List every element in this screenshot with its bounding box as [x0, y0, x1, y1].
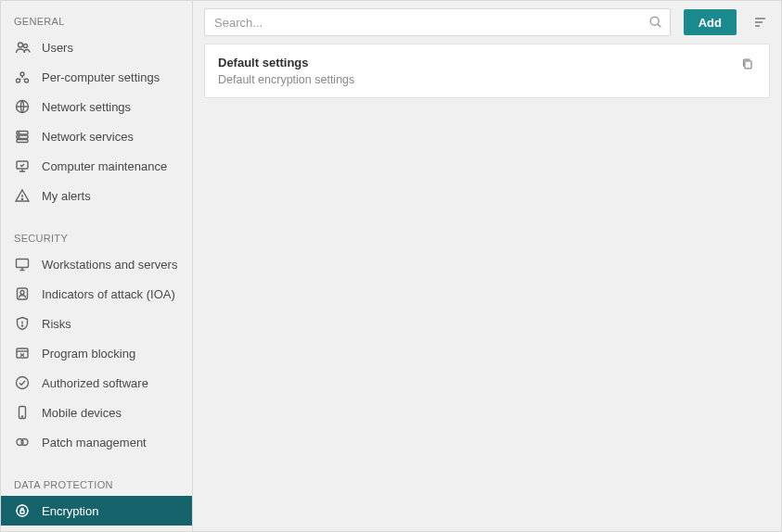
- sidebar-item-label: Computer maintenance: [42, 159, 167, 173]
- globe-icon: [14, 98, 31, 115]
- window-blocked-icon: [14, 345, 31, 361]
- card-title: Default settings: [218, 56, 354, 70]
- sidebar-item-label: Network services: [42, 130, 134, 144]
- sidebar-item-label: Per-computer settings: [42, 70, 160, 84]
- per-computer-icon: [14, 69, 31, 85]
- patch-icon: [14, 434, 31, 450]
- sidebar-item-per-computer[interactable]: Per-computer settings: [1, 62, 192, 92]
- sidebar: GENERAL Users Per-computer settings Netw…: [1, 1, 193, 531]
- sidebar-item-workstations[interactable]: Workstations and servers: [1, 249, 192, 279]
- sort-button[interactable]: [750, 12, 770, 32]
- maintenance-icon: [14, 158, 31, 174]
- monitor-icon: [14, 256, 31, 272]
- section-header-security: SECURITY: [1, 223, 192, 249]
- add-button[interactable]: Add: [684, 9, 737, 35]
- server-icon: [14, 128, 31, 145]
- sidebar-item-computer-maintenance[interactable]: Computer maintenance: [1, 151, 192, 181]
- check-circle-icon: [14, 374, 31, 391]
- sidebar-item-mobile-devices[interactable]: Mobile devices: [1, 398, 192, 427]
- settings-card[interactable]: Default settings Default encryption sett…: [204, 44, 770, 98]
- search-box[interactable]: [204, 8, 671, 36]
- sidebar-item-network-settings[interactable]: Network settings: [1, 92, 192, 121]
- shield-alert-icon: [14, 315, 31, 332]
- sidebar-item-label: Network settings: [42, 100, 131, 114]
- toolbar: Add: [193, 1, 781, 44]
- fingerprint-icon: [14, 285, 31, 302]
- sidebar-item-label: Risks: [42, 317, 71, 331]
- sidebar-item-patch-management[interactable]: Patch management: [1, 427, 192, 457]
- card-text: Default settings Default encryption sett…: [218, 56, 354, 86]
- card-subtitle: Default encryption settings: [218, 73, 354, 86]
- sidebar-item-users[interactable]: Users: [1, 32, 192, 62]
- sidebar-item-label: Authorized software: [42, 376, 148, 390]
- sidebar-item-label: Patch management: [42, 436, 147, 450]
- sidebar-item-encryption[interactable]: Encryption: [1, 496, 192, 526]
- sidebar-item-label: Users: [42, 41, 73, 55]
- sidebar-item-label: Mobile devices: [42, 406, 122, 420]
- sidebar-item-label: My alerts: [42, 189, 91, 203]
- users-icon: [14, 39, 31, 56]
- sidebar-item-risks[interactable]: Risks: [1, 309, 192, 338]
- section-header-data-protection: DATA PROTECTION: [1, 470, 192, 496]
- content-area: Default settings Default encryption sett…: [193, 44, 781, 531]
- copy-icon: [740, 57, 755, 71]
- sidebar-item-label: Program blocking: [42, 347, 135, 361]
- sidebar-item-ioa[interactable]: Indicators of attack (IOA): [1, 279, 192, 309]
- main-panel: Add Default settings Default encryption …: [193, 1, 781, 531]
- sidebar-item-label: Encryption: [42, 504, 98, 518]
- sidebar-item-my-alerts[interactable]: My alerts: [1, 181, 192, 210]
- smartphone-icon: [14, 404, 31, 421]
- section-header-general: GENERAL: [1, 6, 192, 32]
- sort-icon: [751, 14, 768, 31]
- search-icon: [642, 15, 670, 30]
- lock-gear-icon: [14, 502, 31, 519]
- sidebar-item-program-blocking[interactable]: Program blocking: [1, 338, 192, 368]
- sidebar-item-label: Workstations and servers: [42, 258, 177, 272]
- search-input[interactable]: [205, 16, 642, 30]
- alert-icon: [14, 187, 31, 204]
- sidebar-item-network-services[interactable]: Network services: [1, 121, 192, 151]
- sidebar-item-authorized-software[interactable]: Authorized software: [1, 368, 192, 398]
- sidebar-item-label: Indicators of attack (IOA): [42, 287, 175, 301]
- copy-button[interactable]: [739, 56, 756, 72]
